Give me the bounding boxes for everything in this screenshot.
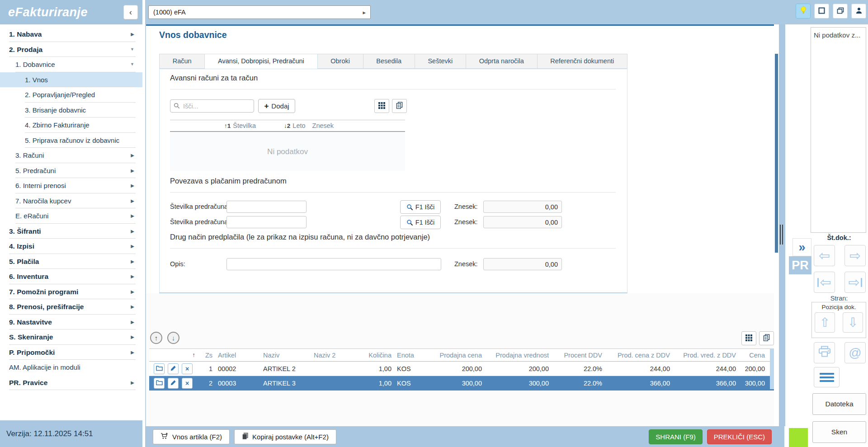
- sidebar-item-3-brisanje-dobavnic[interactable]: 3. Brisanje dobavnic: [0, 103, 142, 118]
- scan-button[interactable]: Sken: [812, 421, 866, 443]
- main-scrollbar-thumb[interactable]: [775, 54, 778, 253]
- open-row-button[interactable]: [154, 378, 165, 389]
- single-window-button[interactable]: [814, 4, 829, 19]
- table-row[interactable]: ×200003ARTIKEL 31,00KOS300,00300,0022.0%…: [149, 376, 774, 391]
- sidebar-item-9-nastavitve[interactable]: 9. Nastavitve▶: [0, 315, 142, 330]
- sidebar-item-7-naro-ila-kupcev[interactable]: 7. Naročila kupcev▶: [0, 193, 142, 209]
- tab-odprta-naro-ila[interactable]: Odprta naročila: [466, 54, 538, 69]
- chevron-right-icon: ▶: [131, 163, 134, 179]
- multi-window-button[interactable]: [833, 4, 848, 19]
- window-icon: [818, 7, 825, 15]
- sidebar-item-8-prenosi-pre-ifracije[interactable]: 8. Prenosi, prešifracije▶: [0, 299, 142, 315]
- sidebar-item-2-popravljanje-pregled[interactable]: 2. Popravljanje/Pregled: [0, 87, 142, 103]
- advance-column-znesek: Znesek: [310, 122, 334, 129]
- advance-table-header[interactable]: ↑1Številka↓2LetoZnesek: [170, 120, 405, 132]
- sidebar-item-7-pomo-ni-programi[interactable]: 7. Pomožni programi▶: [0, 284, 142, 300]
- chevron-right-icon: ▸: [363, 9, 366, 16]
- search-input[interactable]: [170, 99, 254, 113]
- delete-row-button[interactable]: ×: [182, 363, 193, 374]
- last-document-button[interactable]: ⇨: [844, 272, 866, 293]
- sidebar-collapse-button[interactable]: ‹: [123, 5, 138, 19]
- company-selector[interactable]: (1000) eFA ▸: [148, 5, 371, 19]
- move-row-up-button[interactable]: ↑: [150, 332, 162, 344]
- sidebar-item-5-pla-ila[interactable]: 5. Plačila▶: [0, 254, 142, 269]
- panel-menu-button[interactable]: [814, 367, 840, 387]
- user-button[interactable]: [851, 4, 866, 19]
- first-document-button[interactable]: ⇦: [814, 272, 835, 293]
- sidebar-item-p-pripomo-ki[interactable]: P. Pripomočki▶: [0, 345, 142, 360]
- panel-splitter[interactable]: [779, 24, 785, 426]
- hints-button[interactable]: [796, 4, 811, 19]
- sidebar-item-5-priprava-ra-unov-iz-dobavnic[interactable]: 5. Priprava računov iz dobavnic: [0, 133, 142, 148]
- file-button[interactable]: Datoteka: [812, 393, 866, 415]
- items-table-scrollbar[interactable]: [770, 348, 774, 389]
- sidebar-item-am-aplikacije-in-moduli[interactable]: AM. Aplikacije in moduli: [0, 360, 142, 375]
- expand-panel-button[interactable]: »: [793, 238, 811, 256]
- previous-document-button[interactable]: ⇦: [814, 245, 835, 266]
- splitter-grip-icon[interactable]: [780, 225, 784, 245]
- edit-row-button[interactable]: [168, 378, 179, 389]
- move-row-down-button[interactable]: ↓: [167, 332, 179, 344]
- sidebar-item-1-vnos[interactable]: 1. Vnos: [0, 72, 142, 88]
- sidebar-header: eFakturiranje ‹: [0, 0, 142, 24]
- chevron-right-icon: ▶: [131, 178, 134, 193]
- position-up-button[interactable]: ⇧: [815, 312, 835, 333]
- proforma-amount-input[interactable]: [483, 201, 562, 213]
- add-advance-button[interactable]: + Dodaj: [258, 99, 295, 113]
- sidebar-item-3-ra-uni[interactable]: 3. Računi▶: [0, 148, 142, 163]
- tab-se-tevki[interactable]: Seštevki: [415, 54, 466, 69]
- next-document-button[interactable]: ⇨: [844, 245, 866, 266]
- sidebar-item-6-interni-prenosi[interactable]: 6. Interni prenosi▶: [0, 178, 142, 193]
- add-article-label: Vnos artikla (F2): [172, 433, 222, 441]
- items-column-settings-button[interactable]: [741, 331, 756, 345]
- delete-row-button[interactable]: ×: [182, 378, 193, 389]
- sidebar-item-1-nabava[interactable]: 1. Nabava▶: [0, 27, 142, 42]
- sidebar-item-2-prodaja[interactable]: 2. Prodaja▼: [0, 42, 142, 57]
- items-export-button[interactable]: [759, 331, 774, 345]
- find-proforma-button[interactable]: F1 Išči: [400, 216, 441, 229]
- print-button[interactable]: [814, 342, 835, 363]
- table-row[interactable]: ×100002ARTIKEL 21,00KOS200,00200,0022.0%…: [149, 362, 774, 376]
- pencil-icon: [170, 380, 176, 386]
- tab-ra-un[interactable]: Račun: [159, 54, 205, 69]
- other-amount-input[interactable]: [483, 258, 562, 270]
- page-label: Stran:: [811, 295, 867, 302]
- tab-avansi-dobropisi-predra-uni[interactable]: Avansi, Dobropisi, Predračuni: [205, 54, 317, 69]
- tab-referen-ni-dokumenti[interactable]: Referenčni dokumenti: [538, 54, 627, 69]
- proforma-number-input[interactable]: [226, 201, 307, 213]
- bar-icon: [817, 278, 819, 287]
- sidebar-item-4-izpisi[interactable]: 4. Izpisi▶: [0, 239, 142, 254]
- proforma-number-input[interactable]: [226, 216, 307, 228]
- sidebar-item-s-skeniranje[interactable]: S. Skeniranje▶: [0, 329, 142, 345]
- sidebar-item-4-zbirno-fakturiranje[interactable]: 4. Zbirno Fakturiranje: [0, 118, 142, 133]
- email-button[interactable]: @: [844, 342, 866, 363]
- bar-icon: [861, 278, 862, 287]
- items-column-prod-cena-z-ddv: Prod. cena z DDV: [605, 352, 673, 359]
- main-scrollbar[interactable]: [774, 26, 779, 426]
- sidebar-item-5-predra-uni[interactable]: 5. Predračuni▶: [0, 163, 142, 179]
- divider: [170, 248, 616, 249]
- sidebar-item-6-inventura[interactable]: 6. Inventura▶: [0, 269, 142, 284]
- add-article-button[interactable]: Vnos artikla (F2): [153, 429, 230, 444]
- open-row-button[interactable]: [154, 363, 165, 374]
- tab-besedila[interactable]: Besedila: [363, 54, 415, 69]
- copy-items-button[interactable]: Kopiraj postavke (Alt+F2): [234, 429, 336, 444]
- sidebar-item-pr-pravice[interactable]: PR. Pravice▶: [0, 375, 142, 391]
- sidebar-item-e-era-uni[interactable]: E. eRačuni▶: [0, 208, 142, 224]
- sidebar-item-1-dobavnice[interactable]: 1. Dobavnice▼: [0, 57, 142, 72]
- column-settings-button[interactable]: [374, 99, 389, 113]
- tab-obroki[interactable]: Obroki: [318, 54, 363, 69]
- description-input[interactable]: [226, 258, 441, 270]
- sidebar-item-3-ifranti[interactable]: 3. Šifranti▶: [0, 224, 142, 239]
- sidebar-item-label: 3. Brisanje dobavnic: [25, 103, 142, 118]
- find-proforma-button[interactable]: F1 Išči: [400, 200, 441, 214]
- edit-row-button[interactable]: [168, 363, 179, 374]
- proforma-amount-input[interactable]: [483, 216, 562, 228]
- chevron-right-icon: ▶: [131, 27, 134, 42]
- export-table-button[interactable]: [392, 99, 407, 113]
- save-button[interactable]: SHRANI (F9): [649, 429, 702, 444]
- position-down-button[interactable]: ⇩: [843, 312, 863, 333]
- sidebar-item-label: 5. Predračuni: [15, 163, 142, 179]
- arrow-down-icon: ⇩: [848, 315, 858, 330]
- cancel-button[interactable]: PREKLIČI (ESC): [707, 429, 772, 444]
